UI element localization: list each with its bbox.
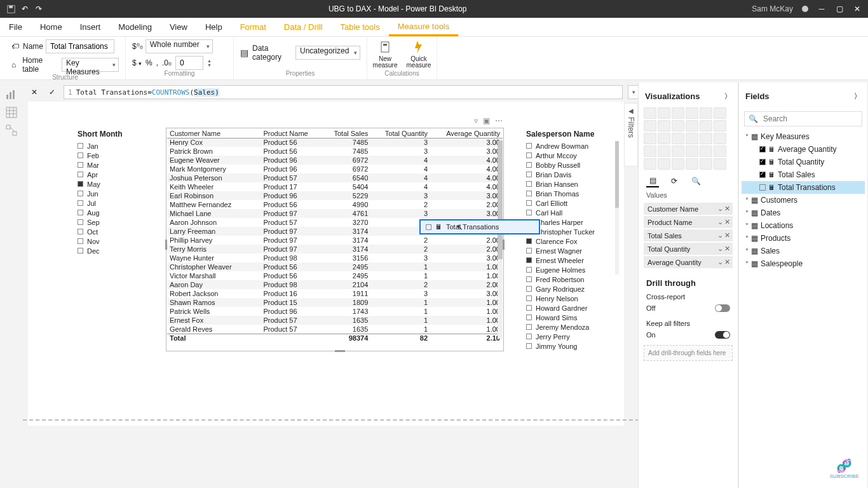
month-checkbox[interactable]: [78, 191, 83, 196]
month-checkbox[interactable]: [78, 210, 83, 215]
fields-mode-icon[interactable]: ▤: [646, 175, 659, 187]
table-row[interactable]: Earl RobinsonProduct 96522933.00: [167, 191, 503, 200]
month-checkbox[interactable]: [78, 229, 83, 234]
comma-button[interactable]: ,: [156, 58, 158, 67]
menu-view[interactable]: View: [161, 18, 196, 36]
data-type-select[interactable]: Whole number▾: [146, 39, 213, 53]
sales-checkbox[interactable]: [526, 315, 532, 320]
table-row[interactable]: Shawn RamosProduct 15180911.00: [167, 298, 503, 307]
field-measure[interactable]: 🖩Total Quantity: [742, 156, 865, 168]
undo-icon[interactable]: ↶: [20, 4, 29, 13]
viz-type-icon[interactable]: [644, 120, 656, 132]
viz-type-icon[interactable]: [658, 146, 670, 157]
data-category-select[interactable]: Uncategorized▾: [295, 46, 360, 60]
visual-focus-icon[interactable]: ▣: [483, 116, 490, 125]
table-row[interactable]: Matthew FernandezProduct 56499022.00: [167, 200, 503, 209]
minimize-button[interactable]: ─: [817, 4, 826, 13]
sales-option[interactable]: Jeremy Mendoza: [536, 323, 589, 331]
redo-icon[interactable]: ↷: [34, 4, 43, 13]
sales-option[interactable]: Carl Elliott: [536, 200, 567, 207]
viz-type-icon[interactable]: [700, 146, 712, 157]
decimals-input[interactable]: [175, 56, 203, 70]
sales-option[interactable]: Bobby Russell: [536, 161, 580, 169]
viz-type-icon[interactable]: [672, 107, 684, 119]
table-row[interactable]: Joshua PetersonProduct 57654044.00: [167, 173, 503, 182]
table-scrollbar[interactable]: [498, 140, 503, 259]
sales-checkbox[interactable]: [526, 200, 532, 206]
field-checkbox[interactable]: [759, 172, 766, 178]
field-table[interactable]: ˅▦Key Measures: [742, 130, 865, 143]
new-measure-button[interactable]: New measure: [373, 39, 398, 69]
viz-type-icon[interactable]: [686, 133, 698, 144]
analytics-mode-icon[interactable]: 🔍: [689, 175, 702, 187]
table-row[interactable]: Henry CoxProduct 56748533.00: [167, 138, 503, 147]
fields-search-input[interactable]: [762, 114, 860, 124]
sales-checkbox[interactable]: [526, 152, 532, 158]
table-row[interactable]: Ernest FoxProduct 57163511.00: [167, 316, 503, 325]
month-checkbox[interactable]: [78, 200, 83, 206]
month-option[interactable]: Sep: [87, 219, 100, 226]
table-row[interactable]: Victor MarshallProduct 56249511.00: [167, 271, 503, 280]
report-view-icon[interactable]: [6, 89, 17, 100]
menu-measure-tools[interactable]: Measure tools: [389, 18, 459, 36]
sales-checkbox[interactable]: [526, 172, 532, 177]
viz-type-icon[interactable]: [672, 146, 684, 157]
value-pill[interactable]: Total Quantity⌄✕: [644, 243, 733, 255]
viz-type-icon[interactable]: [658, 107, 670, 119]
field-checkbox[interactable]: [759, 159, 766, 165]
value-pill[interactable]: Product Name⌄✕: [644, 216, 733, 228]
field-checkbox[interactable]: [759, 146, 766, 152]
sales-checkbox[interactable]: [526, 334, 532, 339]
sales-checkbox[interactable]: [526, 286, 532, 292]
menu-table-tools[interactable]: Table tools: [331, 18, 388, 36]
avatar[interactable]: [802, 6, 808, 12]
sales-checkbox[interactable]: [526, 343, 532, 349]
visual-filter-icon[interactable]: ▿: [474, 116, 478, 125]
month-checkbox[interactable]: [78, 181, 83, 187]
table-header[interactable]: Customer Name: [167, 129, 261, 138]
spin-up[interactable]: ▲: [207, 58, 212, 63]
sales-option[interactable]: Eugene Holmes: [536, 266, 585, 274]
sales-option[interactable]: Howard Gardner: [536, 304, 587, 312]
pill-dropdown-icon[interactable]: ⌄: [717, 218, 723, 226]
table-row[interactable]: Terry MorrisProduct 97317422.00: [167, 245, 503, 254]
field-measure[interactable]: 🖩Total Transations: [742, 181, 865, 194]
viz-type-icon[interactable]: [686, 146, 698, 157]
sales-scrollbar[interactable]: [615, 141, 619, 208]
sales-option[interactable]: Brian Thomas: [536, 190, 579, 198]
sales-option[interactable]: Carl Hall: [536, 209, 562, 217]
viz-type-icon[interactable]: [672, 120, 684, 132]
sales-checkbox[interactable]: [526, 143, 532, 149]
cross-report-toggle[interactable]: [715, 304, 730, 312]
viz-type-icon[interactable]: [714, 133, 726, 144]
viz-type-icon[interactable]: [700, 120, 712, 132]
sales-option[interactable]: Jerry Perry: [536, 333, 570, 341]
pill-remove-icon[interactable]: ✕: [724, 218, 730, 226]
pill-remove-icon[interactable]: ✕: [724, 258, 730, 266]
viz-type-icon[interactable]: [644, 146, 656, 157]
menu-help[interactable]: Help: [196, 18, 231, 36]
formula-input[interactable]: 1 Total Transations = COUNTROWS ( Sales …: [64, 85, 623, 99]
month-option[interactable]: May: [87, 180, 100, 188]
sales-checkbox[interactable]: [526, 267, 532, 273]
model-view-icon[interactable]: [6, 125, 17, 136]
month-option[interactable]: Mar: [87, 161, 99, 169]
menu-file[interactable]: File: [0, 18, 31, 36]
menu-format[interactable]: Format: [231, 18, 275, 36]
viz-type-icon[interactable]: [714, 120, 726, 132]
value-pill[interactable]: Customer Name⌄✕: [644, 203, 733, 215]
value-pill[interactable]: Total Sales⌄✕: [644, 229, 733, 241]
viz-type-icon[interactable]: [644, 133, 656, 144]
pill-dropdown-icon[interactable]: ⌄: [717, 231, 723, 240]
viz-type-icon[interactable]: [686, 158, 698, 170]
viz-type-icon[interactable]: [700, 133, 712, 144]
viz-type-icon[interactable]: [658, 120, 670, 132]
sales-option[interactable]: Gary Rodriquez: [536, 285, 585, 293]
month-option[interactable]: Dec: [87, 247, 100, 255]
viz-type-icon[interactable]: [714, 107, 726, 119]
maximize-button[interactable]: ▢: [835, 4, 844, 13]
field-table[interactable]: ˅▦Customers: [742, 194, 865, 207]
table-row[interactable]: Aaron DayProduct 98210422.00: [167, 280, 503, 289]
viz-type-icon[interactable]: [672, 133, 684, 144]
sales-option[interactable]: Christopher Tucker: [536, 228, 595, 236]
